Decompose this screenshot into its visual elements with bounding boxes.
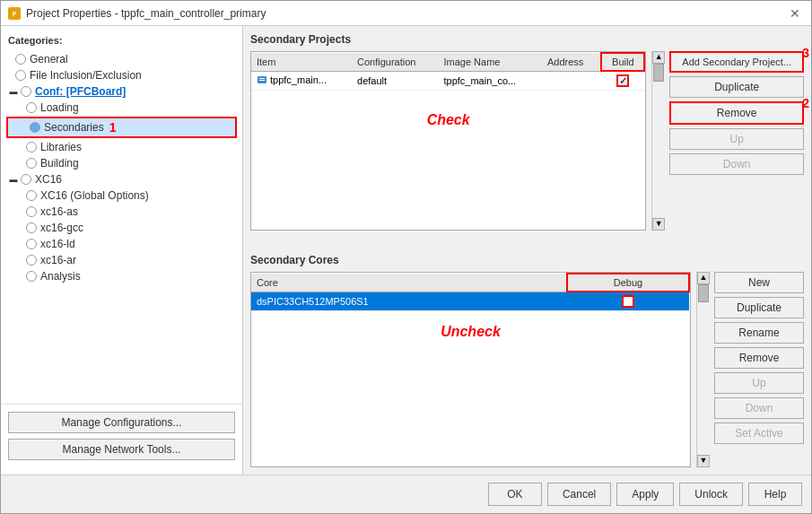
debug-checkbox[interactable] xyxy=(622,295,634,308)
down-button[interactable]: Down xyxy=(669,153,804,175)
secondary-cores-scrollbar[interactable]: ▲ ▼ xyxy=(696,272,709,467)
cell-item: tppfc_main... xyxy=(251,71,352,91)
expand-icon: ▬ xyxy=(8,174,19,185)
sidebar-item-loading[interactable]: Loading xyxy=(4,100,239,116)
sidebar-item-building[interactable]: Building xyxy=(4,155,239,171)
up2-button[interactable]: Up xyxy=(714,372,804,394)
sidebar-item-xc16-gcc[interactable]: xc16-gcc xyxy=(4,220,239,236)
cell-debug xyxy=(567,292,689,311)
node-icon xyxy=(26,255,37,266)
col-build: Build xyxy=(601,53,644,71)
sidebar-item-secondaries[interactable]: Secondaries 1 xyxy=(6,117,237,138)
node-icon xyxy=(26,158,37,169)
sidebar-item-label: Secondaries xyxy=(44,121,104,134)
up-button[interactable]: Up xyxy=(669,128,804,150)
secondary-projects-scrollbar[interactable]: ▲ ▼ xyxy=(651,51,664,231)
secondary-cores-table-area: Core Debug dsPIC33CH512MP506S1 xyxy=(250,272,804,467)
col-debug: Debug xyxy=(567,274,689,292)
cell-configuration: default xyxy=(352,71,438,91)
categories-label: Categories: xyxy=(1,33,242,51)
expand-icon: ▬ xyxy=(8,86,19,97)
secondary-projects-buttons: Add Secondary Project... 3 Duplicate Rem… xyxy=(669,51,804,231)
sidebar-item-xc16[interactable]: ▬ XC16 xyxy=(4,171,239,187)
node-icon xyxy=(21,174,31,185)
rename-button[interactable]: Rename xyxy=(714,322,804,344)
node-icon xyxy=(26,206,37,217)
table-row: tppfc_main... default tppfc_main_co... xyxy=(251,71,644,91)
sidebar-item-label: Building xyxy=(40,157,79,170)
secondary-cores-buttons: New Duplicate Rename Remove Up Down Set … xyxy=(714,272,804,467)
duplicate-button[interactable]: Duplicate xyxy=(669,76,804,98)
secondary-cores-section: Secondary Cores Core Debug xyxy=(250,254,804,467)
sidebar-item-xc16-ar[interactable]: xc16-ar xyxy=(4,252,239,268)
secondary-projects-title: Secondary Projects xyxy=(250,33,804,46)
down2-button[interactable]: Down xyxy=(714,397,804,419)
left-panel: Categories: General File Inclusion/Exclu… xyxy=(1,26,243,475)
sidebar-item-label: xc16-as xyxy=(40,205,78,218)
right-panel: Secondary Projects Item Configuration Im… xyxy=(243,26,811,475)
sidebar-item-label: Conf: [PFCBoard] xyxy=(35,85,126,98)
sidebar-item-label: XC16 xyxy=(35,173,62,186)
help-button[interactable]: Help xyxy=(748,483,802,506)
category-tree: General File Inclusion/Exclusion ▬ Conf:… xyxy=(1,51,242,404)
remove2-button[interactable]: Remove xyxy=(714,347,804,369)
sidebar-item-conf-pfcboard[interactable]: ▬ Conf: [PFCBoard] xyxy=(4,83,239,100)
remove-button[interactable]: Remove 2 xyxy=(669,101,804,125)
secondary-projects-table: Item Configuration Image Name Address Bu… xyxy=(251,52,645,91)
cell-image-name: tppfc_main_co... xyxy=(438,71,541,91)
sidebar-item-label: xc16-gcc xyxy=(40,222,83,234)
annotation-2: 2 xyxy=(802,96,809,110)
bottom-bar: OK Cancel Apply Unlock Help xyxy=(1,475,811,513)
window-title: Project Properties - tppfc_main_controll… xyxy=(26,7,266,20)
cell-address xyxy=(542,71,601,91)
sidebar-item-general[interactable]: General xyxy=(4,51,239,67)
table-row: dsPIC33CH512MP506S1 xyxy=(251,292,689,311)
manage-network-tools-button[interactable]: Manage Network Tools... xyxy=(8,439,235,460)
sidebar-item-label: XC16 (Global Options) xyxy=(40,189,149,202)
secondary-cores-table-wrapper: Core Debug dsPIC33CH512MP506S1 xyxy=(250,272,691,467)
node-icon xyxy=(26,222,37,233)
node-icon xyxy=(26,142,37,152)
annotation-uncheck: Uncheck xyxy=(251,320,690,344)
annotation-number-1: 1 xyxy=(109,120,117,135)
col-item: Item xyxy=(251,53,352,71)
sidebar-item-label: Loading xyxy=(40,101,79,114)
col-address: Address xyxy=(542,53,601,71)
svg-rect-3 xyxy=(259,78,265,79)
close-button[interactable]: ✕ xyxy=(786,6,804,21)
manage-configurations-button[interactable]: Manage Configurations... xyxy=(8,412,235,433)
annotation-check: Check xyxy=(251,109,645,132)
sidebar-item-label: xc16-ar xyxy=(40,254,76,266)
sidebar-item-xc16-as[interactable]: xc16-as xyxy=(4,204,239,220)
col-configuration: Configuration xyxy=(352,53,438,71)
cell-build xyxy=(601,71,644,91)
window-icon: P xyxy=(8,7,21,20)
col-core: Core xyxy=(251,274,567,292)
set-active-button[interactable]: Set Active xyxy=(714,423,804,444)
node-icon xyxy=(26,271,37,282)
secondary-cores-table: Core Debug dsPIC33CH512MP506S1 xyxy=(251,273,690,311)
duplicate2-button[interactable]: Duplicate xyxy=(714,297,804,318)
add-secondary-project-button[interactable]: Add Secondary Project... 3 xyxy=(669,51,804,73)
node-icon xyxy=(15,70,26,81)
window-body: Categories: General File Inclusion/Exclu… xyxy=(1,26,811,475)
sidebar-item-libraries[interactable]: Libraries xyxy=(4,139,239,155)
apply-button[interactable]: Apply xyxy=(616,483,674,506)
left-panel-buttons: Manage Configurations... Manage Network … xyxy=(1,404,242,467)
cancel-button[interactable]: Cancel xyxy=(547,483,611,506)
unlock-button[interactable]: Unlock xyxy=(679,483,743,506)
sidebar-item-file-inclusion[interactable]: File Inclusion/Exclusion xyxy=(4,67,239,83)
scroll-thumb[interactable] xyxy=(698,284,709,302)
build-checkbox[interactable] xyxy=(616,74,629,87)
title-bar: P Project Properties - tppfc_main_contro… xyxy=(1,1,811,26)
sidebar-item-xc16-global[interactable]: XC16 (Global Options) xyxy=(4,187,239,204)
sidebar-item-analysis[interactable]: Analysis xyxy=(4,268,239,284)
secondary-projects-table-wrapper: Item Configuration Image Name Address Bu… xyxy=(250,51,646,231)
ok-button[interactable]: OK xyxy=(488,483,542,506)
scroll-thumb[interactable] xyxy=(653,64,664,82)
sidebar-item-xc16-ld[interactable]: xc16-ld xyxy=(4,236,239,252)
new-button[interactable]: New xyxy=(714,272,804,293)
secondary-projects-section: Secondary Projects Item Configuration Im… xyxy=(250,33,804,247)
node-icon xyxy=(26,102,37,113)
annotation-3: 3 xyxy=(802,46,809,60)
